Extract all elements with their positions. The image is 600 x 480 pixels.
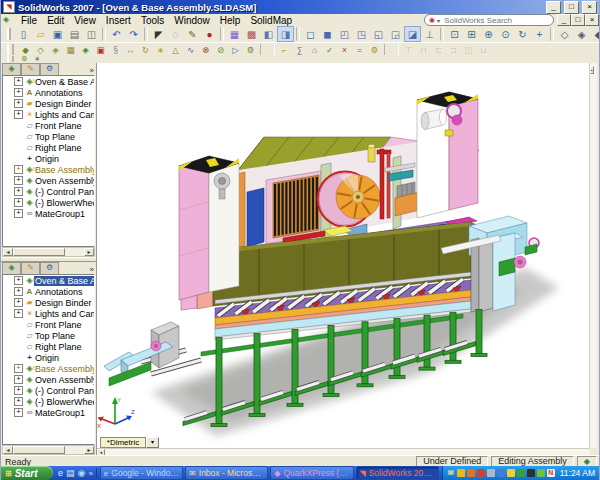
tray-icon-8[interactable] bbox=[527, 469, 535, 477]
zoom-in-out-button[interactable]: ⊕ bbox=[480, 26, 497, 42]
media-player-icon[interactable]: ◉ bbox=[78, 468, 86, 478]
expand-plus-icon[interactable] bbox=[14, 88, 23, 97]
tray-icon-7[interactable] bbox=[517, 469, 525, 477]
tray-icon-2[interactable] bbox=[467, 469, 475, 477]
view-top-button[interactable]: ◱ bbox=[370, 26, 387, 42]
blowerwheel24in[interactable]: (-) BlowerWheel24in<1> bbox=[3, 197, 94, 208]
scroll-thumb[interactable] bbox=[13, 446, 65, 454]
view-back-button[interactable]: ◼ bbox=[319, 26, 336, 42]
tray-norton-icon[interactable]: N bbox=[547, 469, 555, 477]
zoom-selection-button[interactable]: ⊙ bbox=[497, 26, 514, 42]
print-button[interactable]: ▤ bbox=[66, 26, 83, 42]
expand-plus-icon[interactable] bbox=[14, 386, 23, 395]
propertymanager-tab[interactable]: ✎ bbox=[21, 262, 40, 274]
lights-and-cameras[interactable]: Lights and Cameras bbox=[3, 308, 94, 319]
blowerwheel24in[interactable]: (-) BlowerWheel24in<1> bbox=[3, 396, 94, 407]
right-plane[interactable]: Right Plane bbox=[3, 341, 94, 352]
lasso-select-button[interactable]: ◌ bbox=[167, 26, 184, 42]
menu-item[interactable]: Tools bbox=[136, 15, 169, 26]
control-panel-assembly[interactable]: (-) Control Panel Assembly<1 bbox=[3, 385, 94, 396]
model-canvas[interactable]: X Y Z bbox=[97, 63, 592, 448]
expand-plus-icon[interactable] bbox=[14, 187, 23, 196]
undo-button[interactable]: ↶ bbox=[108, 26, 125, 42]
base-assembly[interactable]: Base Assembly<1> (Defa bbox=[3, 164, 94, 175]
chevron-down-icon[interactable] bbox=[146, 437, 159, 448]
close-button[interactable]: × bbox=[582, 1, 597, 14]
front-plane[interactable]: Front Plane bbox=[3, 120, 94, 131]
solidworks-search-box[interactable]: ◉ ▾ bbox=[424, 14, 554, 26]
tray-icon-5[interactable] bbox=[497, 469, 505, 477]
pan-button[interactable]: + bbox=[531, 26, 548, 42]
zoom-fit-button[interactable]: ⊡ bbox=[446, 26, 463, 42]
print-preview-button[interactable]: ◫ bbox=[83, 26, 100, 42]
menu-item[interactable]: File bbox=[16, 15, 42, 26]
expand-plus-icon[interactable] bbox=[14, 364, 23, 373]
design-binder[interactable]: Design Binder bbox=[3, 297, 94, 308]
origin[interactable]: Origin bbox=[3, 153, 94, 164]
oven-assembly[interactable]: Oven Assembly<1> (Default< bbox=[3, 374, 94, 385]
menu-item[interactable]: View bbox=[69, 15, 101, 26]
right-plane[interactable]: Right Plane bbox=[3, 142, 94, 153]
oven-base-assembly[interactable]: Oven & Base Assembly (Defa bbox=[3, 76, 94, 87]
panel-overflow-chevron[interactable]: » bbox=[90, 66, 94, 75]
menu-item[interactable]: Help bbox=[215, 15, 246, 26]
origin[interactable]: Origin bbox=[3, 352, 94, 363]
mategroup1[interactable]: MateGroup1 bbox=[3, 407, 94, 418]
expand-plus-icon[interactable] bbox=[14, 165, 23, 174]
start-button[interactable]: ⊞ Start bbox=[1, 466, 53, 480]
tray-icon-4[interactable] bbox=[487, 469, 495, 477]
doc-minimize-button[interactable]: _ bbox=[557, 14, 571, 26]
lights-and-cameras[interactable]: Lights and Cameras bbox=[3, 109, 94, 120]
maximize-button[interactable]: □ bbox=[564, 1, 579, 14]
oven-assembly[interactable]: Oven Assembly<1> (Default< bbox=[3, 175, 94, 186]
oven-base-assembly[interactable]: Oven & Base Assembly (Defa bbox=[3, 275, 94, 286]
expand-plus-icon[interactable] bbox=[14, 110, 23, 119]
normal-to-button[interactable]: ⊥ bbox=[421, 26, 438, 42]
graphics-viewport[interactable]: X Y Z bbox=[97, 63, 592, 448]
expand-plus-icon[interactable] bbox=[14, 99, 23, 108]
tray-icon-1[interactable] bbox=[457, 469, 465, 477]
configurationmanager-tab[interactable]: ⚙ bbox=[40, 63, 59, 75]
expand-plus-icon[interactable] bbox=[14, 287, 23, 296]
scroll-left-arrow[interactable]: ◄ bbox=[3, 248, 13, 256]
expand-plus-icon[interactable] bbox=[14, 309, 23, 318]
scroll-left-arrow[interactable]: ◄ bbox=[3, 446, 13, 454]
new-button[interactable]: ▯ bbox=[15, 26, 32, 42]
mategroup1[interactable]: MateGroup1 bbox=[3, 208, 94, 219]
internet-explorer-quicklaunch-icon[interactable]: e bbox=[58, 468, 63, 478]
view-right-button[interactable]: ◳ bbox=[353, 26, 370, 42]
tray-icon-9[interactable] bbox=[537, 469, 545, 477]
expand-plus-icon[interactable] bbox=[14, 198, 23, 207]
task-outlook-inbox[interactable]: ✉ Inbox - Microsoft Outlook bbox=[185, 466, 268, 480]
tray-mail-icon[interactable]: ✉ bbox=[447, 469, 455, 477]
base-assembly[interactable]: Base Assembly<1> (Defa bbox=[3, 363, 94, 374]
expand-plus-icon[interactable] bbox=[14, 408, 23, 417]
expand-plus-icon[interactable] bbox=[14, 209, 23, 218]
menu-item[interactable]: SolidMap bbox=[245, 15, 297, 26]
tray-icon-6[interactable] bbox=[507, 469, 515, 477]
make-drawing-button[interactable]: ◧ bbox=[260, 26, 277, 42]
control-panel-assembly[interactable]: (-) Control Panel Assembly<1 bbox=[3, 186, 94, 197]
minimize-button[interactable]: _ bbox=[546, 1, 561, 14]
chevron-down-icon[interactable]: ▾ bbox=[437, 17, 440, 24]
top-plane[interactable]: Top Plane bbox=[3, 131, 94, 142]
wireframe-button[interactable]: ◇ bbox=[556, 26, 573, 42]
save-button[interactable]: ▣ bbox=[49, 26, 66, 42]
menu-item[interactable]: Insert bbox=[101, 15, 136, 26]
task-solidworks[interactable]: ◥ SolidWorks 2007 - [O... bbox=[356, 466, 439, 480]
task-quarkxpress[interactable]: ◆ QuarkXPress (tm) - [fron... bbox=[270, 466, 353, 480]
rotate-view-button[interactable]: ↻ bbox=[514, 26, 531, 42]
configurationmanager-tab[interactable]: ⚙ bbox=[40, 262, 59, 274]
scroll-right-arrow[interactable]: ► bbox=[84, 446, 94, 454]
view-left-button[interactable]: ◰ bbox=[336, 26, 353, 42]
quick-launch-overflow-chevron[interactable]: » bbox=[88, 469, 92, 478]
expand-plus-icon[interactable] bbox=[14, 176, 23, 185]
menu-item[interactable]: Window bbox=[169, 15, 215, 26]
select-button[interactable]: ◤ bbox=[150, 26, 167, 42]
view-orientation-dropdown[interactable]: *Dimetric bbox=[100, 437, 159, 448]
task-google-ie[interactable]: e Google - Windows Intern... bbox=[100, 466, 183, 480]
featuremanager-tab[interactable]: ◈ bbox=[2, 262, 21, 274]
viewport-vertical-scrollbar[interactable]: ▪ bbox=[589, 63, 597, 448]
doc-restore-button[interactable]: □ bbox=[571, 14, 585, 26]
doc-close-button[interactable]: × bbox=[585, 14, 599, 26]
